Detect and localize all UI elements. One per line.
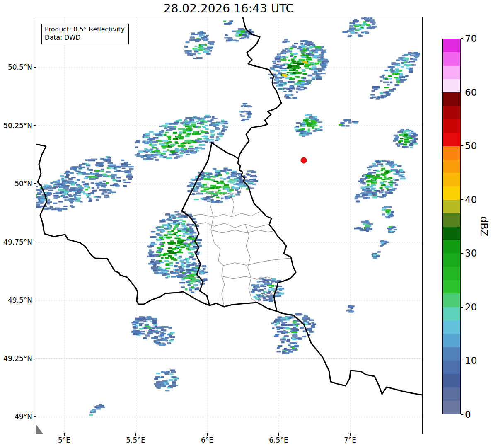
colorbar-segment (443, 39, 460, 52)
x-tick-mark (207, 433, 208, 436)
echo-cluster-e-sc-3 (387, 226, 397, 233)
colorbar-tick-label: 60 (465, 87, 490, 98)
x-tick-label: 7°E (331, 436, 369, 444)
colorbar-segment (443, 387, 460, 401)
map-plot-area (36, 17, 423, 434)
y-tick-label: 50.25°N (0, 121, 32, 130)
colorbar-segment (443, 320, 460, 334)
echo-cluster-e-sc-1 (382, 206, 394, 218)
echo-cluster-tiny-ne2 (284, 94, 297, 99)
echo-cluster-top-tiny-2 (282, 39, 290, 43)
echo-cluster-e-sc-5 (380, 240, 389, 247)
colorbar-segment (443, 200, 460, 213)
product-info-box: Product: 0.5° Reflectivity Data: DWD (41, 24, 129, 44)
colorbar-tick-label: 10 (465, 355, 490, 366)
colorbar (442, 39, 461, 414)
colorbar-segment (443, 401, 460, 414)
echo-cluster-se-lux (251, 278, 284, 302)
x-tick-label: 5°E (46, 436, 83, 444)
colorbar-segment (443, 119, 460, 133)
y-tick-label: 49.5°N (0, 295, 32, 305)
colorbar-segment (443, 267, 460, 280)
echo-cluster-top-tiny-1 (223, 20, 233, 25)
echo-cluster-north-lux-small (239, 103, 252, 121)
radar-map-canvas (36, 17, 422, 434)
location-marker-dot (301, 157, 307, 163)
colorbar-segment (443, 79, 460, 92)
x-tick-mark (350, 433, 351, 436)
x-tick-label: 5.5°E (117, 436, 155, 444)
colorbar-segment (443, 361, 460, 374)
colorbar-segment (443, 280, 460, 293)
colorbar-tick-label: 0 (465, 409, 490, 420)
echo-cluster-e-storm-sw (355, 190, 373, 203)
x-tick-label: 6°E (189, 436, 226, 444)
y-tick-mark (34, 242, 36, 242)
echo-cluster-eifel-storm (268, 40, 329, 93)
colorbar-segment (443, 240, 460, 253)
colorbar-segment (443, 227, 460, 240)
radar-range-edge (36, 424, 43, 434)
echo-cluster-s-blue-2 (151, 326, 175, 346)
colorbar-tick-mark (461, 253, 463, 254)
y-tick-mark (34, 125, 36, 126)
echo-cluster-s-streak (89, 404, 106, 416)
x-tick-label: 6.5°E (260, 436, 297, 444)
y-tick-mark (34, 183, 36, 184)
y-tick-label: 50.5°N (0, 63, 32, 72)
radar-echoes (36, 17, 420, 416)
echo-cluster-e-dots (339, 119, 358, 127)
x-tick-mark (278, 433, 279, 436)
colorbar-segment (443, 173, 460, 186)
colorbar-tick-mark (461, 145, 463, 146)
echo-cluster-saar-2 (277, 340, 299, 354)
colorbar-tick-mark (461, 38, 463, 39)
colorbar-tick-mark (461, 92, 463, 93)
colorbar-segment (443, 146, 460, 160)
echo-cluster-west-band-b (55, 156, 134, 202)
x-tick-mark (135, 433, 136, 436)
colorbar-segment (443, 133, 460, 146)
y-tick-label: 49.25°N (0, 354, 32, 363)
echo-cluster-blob-small-ne (294, 114, 323, 137)
data-source-line: Data: DWD (45, 34, 125, 42)
x-tick-mark (64, 433, 65, 436)
colorbar-tick-label: 40 (465, 194, 490, 206)
y-tick-mark (34, 358, 36, 359)
echo-cluster-e-sc-4 (372, 251, 381, 259)
page-title: 28.02.2026 16:43 UTC (36, 2, 422, 15)
y-tick-mark (34, 300, 36, 300)
colorbar-tick-label: 20 (465, 301, 490, 313)
colorbar-tick-label: 30 (465, 247, 490, 259)
echo-cluster-ne-cluster (342, 17, 377, 37)
radar-figure: 28.02.2026 16:43 UTC Product: 0.5° Refle… (0, 0, 498, 448)
y-tick-label: 49.75°N (0, 237, 32, 247)
echo-cluster-border-top (224, 28, 254, 42)
echo-cluster-e-sc-2 (354, 220, 373, 232)
colorbar-segment (443, 106, 460, 119)
colorbar-tick-mark (461, 361, 463, 361)
colorbar-tick-mark (461, 199, 463, 200)
echo-cluster-north-lux-band (187, 168, 248, 203)
colorbar-segment (443, 66, 460, 79)
colorbar-segment (443, 334, 460, 347)
echo-cluster-s-blue-3 (154, 370, 179, 392)
y-tick-mark (34, 67, 36, 68)
colorbar-segment (443, 347, 460, 361)
y-tick-mark (34, 416, 36, 417)
y-tick-label: 49°N (0, 412, 32, 421)
colorbar-tick-label: 50 (465, 140, 490, 152)
colorbar-segment (443, 186, 460, 200)
colorbar-segment (443, 374, 460, 387)
product-line: Product: 0.5° Reflectivity (45, 25, 125, 34)
colorbar-tick-mark (461, 307, 463, 308)
y-tick-label: 50°N (0, 179, 32, 188)
colorbar-tick-label: 70 (465, 33, 490, 44)
colorbar-segment (443, 307, 460, 320)
colorbar-segment (443, 52, 460, 65)
colorbar-segment (443, 92, 460, 106)
colorbar-segment (443, 160, 460, 173)
colorbar-segment (443, 253, 460, 266)
national-borders (36, 17, 422, 395)
colorbar-segment (443, 213, 460, 226)
